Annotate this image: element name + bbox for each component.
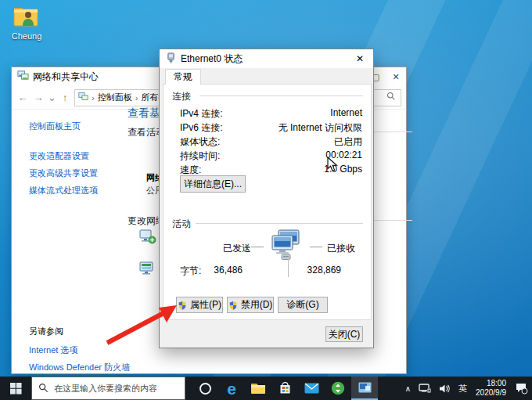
sidebar-item-advanced-sharing[interactable]: 更改高级共享设置	[29, 168, 121, 179]
start-button[interactable]	[0, 377, 31, 400]
mail-button[interactable]	[298, 377, 325, 400]
back-icon[interactable]: ←	[16, 92, 29, 103]
received-dash	[310, 247, 322, 247]
volume-tray-button[interactable]	[435, 377, 455, 400]
hidden-icons-chevron[interactable]: ∧	[401, 377, 415, 400]
row-value: 已启用	[334, 135, 362, 149]
breadcrumb-location-icon	[78, 92, 88, 103]
forward-icon[interactable]: →	[32, 92, 45, 103]
action-center-icon	[515, 382, 528, 395]
action-center-button[interactable]	[511, 377, 532, 400]
cortana-icon	[200, 383, 211, 395]
bytes-divider	[288, 258, 289, 277]
taskbar: 在这里输入你要搜索的内容 e	[0, 377, 532, 400]
bytes-received-value: 328,869	[307, 265, 341, 276]
window-title: 网络和共享中心	[33, 70, 99, 84]
row-value: Internet	[330, 107, 362, 121]
edge-icon: e	[227, 380, 236, 397]
dialog-close-icon[interactable]: ✕	[347, 49, 373, 68]
clock-time: 18:00	[476, 379, 506, 389]
dialog-titlebar[interactable]: Ethernet0 状态 ✕	[160, 49, 373, 68]
row-label: 媒体状态:	[180, 135, 220, 149]
network-tray-button[interactable]	[415, 377, 435, 400]
troubleshoot-icon	[138, 260, 157, 279]
taskbar-active-app-button[interactable]	[351, 377, 378, 400]
breadcrumb-sep: ›	[135, 93, 138, 103]
group-rule	[200, 95, 363, 96]
sidebar-item-control-panel-home[interactable]: 控制面板主页	[29, 121, 121, 132]
connection-group-label: 连接	[172, 90, 196, 103]
activity-group-label: 活动	[172, 218, 196, 231]
details-button[interactable]: 详细信息(E)...	[180, 175, 246, 193]
store-button[interactable]	[271, 377, 298, 400]
system-tray: ∧ 英 18:00 2020/9/9	[401, 377, 532, 400]
ethernet-adapter-icon	[166, 52, 176, 66]
tab-general[interactable]: 常规	[165, 69, 201, 85]
store-icon	[279, 382, 292, 395]
mouse-cursor	[327, 157, 338, 172]
sent-label: 已发送	[223, 242, 251, 255]
breadcrumb-control-panel[interactable]: 控制面板	[98, 92, 132, 103]
red-annotation-arrow	[98, 297, 185, 352]
ethernet-status-dialog: Ethernet0 状态 ✕ 常规 连接 IPv4 连接: Internet I…	[159, 49, 374, 348]
file-explorer-button[interactable]	[245, 377, 271, 400]
group-rule	[195, 223, 363, 224]
sidebar-item-windows-defender-firewall[interactable]: Windows Defender 防火墙	[29, 362, 130, 373]
sidebar-item-change-adapter-settings[interactable]: 更改适配器设置	[29, 150, 121, 162]
uac-shield-icon	[228, 301, 238, 310]
breadcrumb-sep: ›	[92, 93, 95, 103]
taskbar-clock[interactable]: 18:00 2020/9/9	[471, 379, 511, 398]
close-icon[interactable]: ✕	[386, 67, 406, 86]
network-center-icon	[17, 70, 29, 84]
row-label: IPv6 连接:	[180, 121, 223, 135]
diagnose-button[interactable]: 诊断(G)	[278, 297, 328, 313]
setup-connection-icon	[138, 229, 157, 247]
close-dialog-button[interactable]: 关闭(C)	[325, 326, 363, 342]
search-placeholder: 在这里输入你要搜索的内容	[54, 383, 157, 395]
taskbar-search-input[interactable]: 在这里输入你要搜索的内容	[31, 377, 185, 400]
desktop-icon-label: Cheung	[6, 31, 47, 41]
search-icon	[38, 383, 49, 395]
speaker-icon	[439, 384, 451, 394]
row-value: 无 Internet 访问权限	[279, 121, 362, 135]
sent-dash	[251, 247, 264, 247]
windows-logo-icon	[10, 383, 22, 395]
dialog-title: Ethernet0 状态	[181, 52, 243, 66]
green-circle-icon	[331, 381, 345, 395]
row-label: 持续时间:	[180, 150, 220, 163]
ethernet-tray-icon	[419, 384, 431, 394]
edge-button[interactable]: e	[218, 377, 245, 400]
bytes-sent-value: 36,486	[214, 265, 243, 276]
computer-activity-icon	[266, 229, 304, 264]
bytes-label: 字节:	[180, 265, 201, 278]
received-label: 已接收	[327, 242, 355, 255]
general-tab-page: 连接 IPv4 连接: Internet IPv6 连接: 无 Internet…	[163, 84, 372, 320]
history-dropdown-icon[interactable]: ⌄	[48, 92, 56, 103]
user-folder-icon	[13, 20, 41, 31]
disable-button[interactable]: 禁用(D)	[227, 297, 274, 313]
mail-icon	[304, 383, 319, 394]
clock-date: 2020/9/9	[476, 388, 506, 398]
active-app-icon	[358, 382, 372, 393]
desktop-user-folder[interactable]: Cheung	[6, 5, 47, 41]
row-label: IPv4 连接:	[180, 107, 223, 121]
desktop: Cheung 网络和共享中心 — ▢ ✕ ← → ⌄ ↑	[0, 0, 532, 400]
sidebar-item-media-streaming[interactable]: 媒体流式处理选项	[29, 185, 121, 196]
green-app-button[interactable]	[325, 377, 351, 400]
file-explorer-icon	[250, 382, 266, 395]
up-icon[interactable]: ↑	[59, 92, 71, 103]
cortana-button[interactable]	[192, 377, 218, 400]
ime-indicator[interactable]: 英	[455, 377, 471, 400]
search-icon	[386, 92, 396, 103]
